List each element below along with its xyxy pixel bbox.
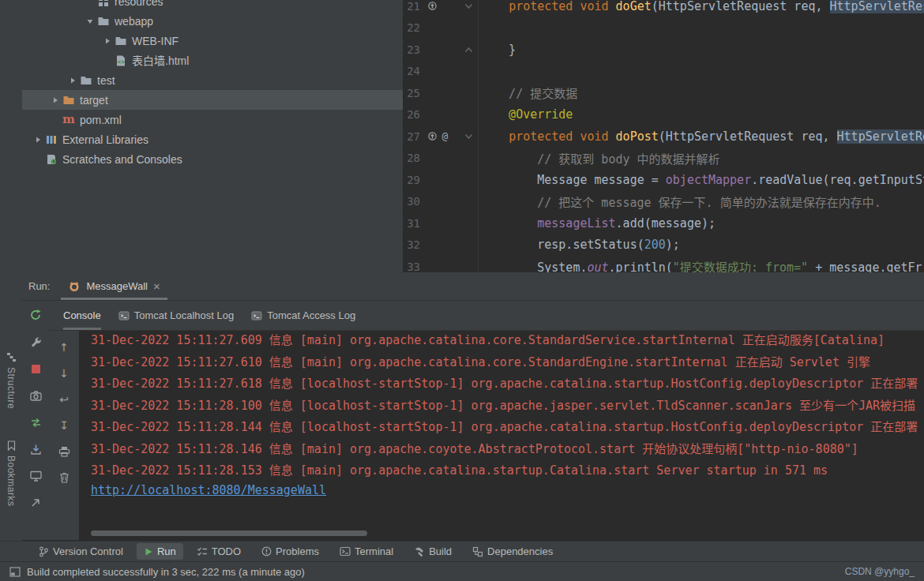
status-bar: Build completed successfully in 3 sec, 2… — [0, 561, 924, 581]
stripe-button-bookmarks[interactable]: Bookmarks — [0, 440, 22, 507]
maven-icon: m — [62, 114, 76, 126]
project-tree: resourceswebappWEB-INF<>表白墙.htmltesttarg… — [22, 0, 403, 272]
console-view-icon — [118, 310, 130, 321]
close-icon[interactable]: × — [153, 280, 160, 292]
horizontal-scrollbar[interactable] — [91, 530, 367, 536]
tree-item-label: Scratches and Consoles — [62, 154, 182, 165]
tree-item-external-libraries[interactable]: External Libraries — [22, 129, 403, 149]
stripe-button-label: Bookmarks — [6, 455, 17, 507]
editor-line: 25 // 提交数据 — [403, 82, 924, 104]
run-config-tab[interactable]: MessageWall × — [61, 272, 167, 300]
annotation-icon: @ — [440, 131, 450, 141]
stop-icon[interactable] — [27, 361, 44, 377]
tree-item-target[interactable]: target — [22, 90, 403, 110]
chevron-right-icon[interactable] — [66, 76, 79, 85]
overriding-method-icon — [427, 1, 438, 11]
line-number: 29 — [403, 174, 420, 186]
editor-line: 26 @Override — [403, 104, 924, 126]
tab-tomcat-localhost-log[interactable]: Tomcat Localhost Log — [118, 301, 234, 330]
tree-item-pom-xml[interactable]: mpom.xml — [22, 110, 403, 129]
step-up-icon[interactable]: ↑ — [55, 339, 73, 355]
chevron-down-icon[interactable] — [84, 17, 96, 26]
console-line: 31-Dec-2022 15:11:28.100 信息 [localhost-s… — [91, 396, 924, 418]
tree-item-test[interactable]: test — [22, 70, 403, 90]
stripe-button-structure[interactable]: Structure — [0, 352, 22, 409]
line-number: 26 — [403, 108, 420, 121]
folder-icon — [114, 35, 128, 47]
code-text: // 获取到 body 中的数据并解析 — [479, 150, 720, 167]
toolwindow-button-label: TODO — [212, 545, 241, 557]
fold-column — [460, 148, 479, 170]
toolwindow-button-label: Build — [429, 545, 452, 557]
toolwindow-button-todo[interactable]: TODO — [190, 543, 248, 560]
fold-marker-icon[interactable] — [460, 39, 479, 61]
overriding-method-icon — [427, 131, 438, 141]
rerun-icon[interactable] — [27, 307, 44, 323]
toolwindow-button-version-control[interactable]: Version Control — [32, 543, 130, 560]
stripe-button-label: Structure — [6, 367, 17, 409]
run-panel-header: Run: MessageWall × — [22, 272, 924, 301]
pin-icon[interactable] — [27, 495, 44, 511]
console-line: 31-Dec-2022 15:11:27.618 信息 [localhost-s… — [91, 374, 924, 396]
problems-icon — [261, 546, 272, 557]
tree-item-html[interactable]: <>表白墙.html — [22, 51, 403, 70]
code-text: // 提交数据 — [479, 84, 577, 101]
editor-line: 33 System.out.println("提交数据成功: from=" + … — [403, 256, 924, 272]
run-config-tab-label: MessageWall — [86, 280, 148, 292]
console-output[interactable]: 31-Dec-2022 15:11:27.609 信息 [main] org.a… — [79, 331, 924, 540]
console-view-icon — [251, 310, 262, 321]
toolwindow-toggle-icon[interactable] — [9, 567, 21, 577]
chevron-right-icon[interactable] — [49, 96, 62, 105]
line-number: 24 — [403, 65, 420, 77]
fold-marker-icon[interactable] — [460, 126, 479, 148]
folder-icon — [79, 74, 93, 87]
tree-item-scratches-and-consoles[interactable]: Scratches and Consoles — [22, 149, 403, 169]
toolwindow-button-problems[interactable]: Problems — [254, 543, 326, 560]
fold-column — [460, 17, 479, 39]
deploy-icon[interactable] — [27, 441, 44, 457]
console-toolbar: ↑↓↩↧ — [49, 331, 79, 540]
clear-icon[interactable] — [55, 470, 73, 485]
step-down-icon[interactable]: ↓ — [55, 365, 73, 381]
code-editor[interactable]: 21 protected void doGet(HttpServletReque… — [403, 0, 924, 272]
monitor-icon[interactable] — [27, 468, 44, 484]
run-panel-body: ConsoleTomcat Localhost LogTomcat Access… — [22, 301, 924, 540]
terminal-icon — [340, 546, 351, 557]
libraries-icon — [44, 133, 58, 146]
chevron-right-icon[interactable] — [101, 36, 114, 46]
settings-icon[interactable] — [27, 334, 44, 350]
fold-marker-icon[interactable] — [460, 0, 479, 17]
scroll-end-icon[interactable]: ↧ — [55, 418, 73, 433]
code-text: @Override — [479, 107, 573, 122]
tab-label: Tomcat Access Log — [267, 309, 355, 321]
tree-item-label: webapp — [115, 16, 153, 27]
editor-line: 28 // 获取到 body 中的数据并解析 — [403, 148, 924, 170]
soft-wrap-icon[interactable]: ↩ — [55, 392, 73, 407]
line-number: 32 — [403, 238, 420, 251]
toolwindow-button-build[interactable]: Build — [407, 543, 459, 560]
toolwindow-button-label: Version Control — [53, 545, 123, 557]
play-icon — [144, 547, 153, 557]
toolwindow-button-label: Terminal — [355, 545, 393, 557]
console-line: 31-Dec-2022 15:11:28.153 信息 [main] org.a… — [91, 461, 924, 483]
chevron-right-icon[interactable] — [32, 135, 44, 144]
toolwindow-button-terminal[interactable]: Terminal — [332, 543, 400, 560]
console-link[interactable]: http://localhost:8080/MessageWall — [91, 483, 326, 505]
update-app-icon[interactable] — [27, 414, 44, 430]
code-text: protected void doPost(HttpServletRequest… — [479, 129, 924, 144]
fold-column — [460, 104, 479, 126]
line-number: 33 — [403, 261, 420, 272]
print-icon[interactable] — [55, 444, 73, 459]
tab-tomcat-access-log[interactable]: Tomcat Access Log — [251, 301, 355, 330]
toolwindow-button-run[interactable]: Run — [137, 543, 183, 560]
tree-item-webapp[interactable]: webapp — [22, 11, 403, 31]
resources-icon — [96, 0, 111, 8]
fold-column — [460, 256, 479, 272]
tree-item-web-inf[interactable]: WEB-INF — [22, 31, 403, 51]
run-toolbar — [22, 301, 49, 540]
thread-dump-icon[interactable] — [27, 388, 44, 403]
tree-item-resources[interactable]: resources — [22, 0, 403, 11]
tab-console[interactable]: Console — [63, 301, 101, 330]
editor-line: 22 — [403, 17, 924, 39]
toolwindow-button-dependencies[interactable]: Dependencies — [465, 543, 560, 560]
